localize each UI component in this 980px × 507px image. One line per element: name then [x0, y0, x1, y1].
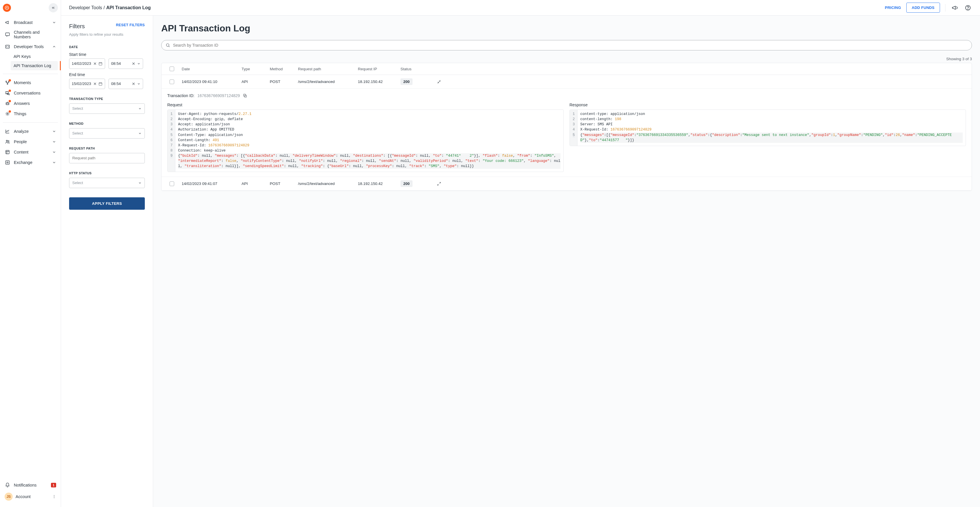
chevron-down-icon[interactable]	[137, 62, 140, 65]
svg-point-16	[54, 496, 54, 497]
brand-logo[interactable]	[3, 4, 11, 12]
start-date-input[interactable]: 14/02/2023 ✕	[69, 59, 105, 69]
sidebar-item-label: Content	[14, 150, 49, 155]
sidebar-item-label: Answers	[14, 101, 56, 106]
col-status: Status	[401, 67, 429, 71]
col-type: Type	[242, 67, 267, 71]
people-icon	[5, 139, 10, 145]
txid-label: Transaction ID:	[167, 93, 194, 98]
results-panel: API Transaction Log Showing 3 of 3 Date …	[153, 16, 980, 507]
search-bar[interactable]	[161, 40, 972, 50]
sidebar-item-developer-tools[interactable]: Developer Tools	[3, 41, 58, 52]
help-icon[interactable]	[964, 4, 972, 12]
sidebar-item-label: Conversations	[14, 91, 56, 96]
chat-icon	[5, 32, 10, 37]
svg-rect-21	[99, 82, 102, 85]
clear-icon[interactable]: ✕	[132, 61, 135, 66]
table-row[interactable]: 14/02/2023 09:41:10 API POST /sms/2/text…	[162, 75, 972, 89]
end-date-input[interactable]: 15/02/2023 ✕	[69, 79, 105, 89]
sidebar-item-channels-and-numbers[interactable]: Channels and Numbers	[3, 28, 58, 41]
request-path-input[interactable]	[69, 153, 145, 163]
content-icon	[5, 149, 10, 155]
chevron-down-icon[interactable]	[137, 82, 140, 86]
page-title: API Transaction Log	[161, 23, 972, 34]
search-icon	[165, 43, 170, 48]
sidebar-item-people[interactable]: People	[3, 137, 58, 147]
svg-point-12	[8, 140, 9, 142]
sidebar-item-moments[interactable]: Moments	[3, 78, 58, 88]
method-select[interactable]: Select	[69, 128, 145, 139]
sidebar-item-label: Things	[14, 112, 56, 116]
sidebar-item-answers[interactable]: Answers	[3, 98, 58, 108]
svg-point-4	[6, 81, 6, 82]
notifications-item[interactable]: Notifications 1	[3, 480, 58, 490]
calendar-icon[interactable]	[99, 62, 102, 66]
svg-point-9	[8, 104, 9, 104]
exchange-icon	[5, 159, 10, 165]
start-time-input[interactable]: 08:54 ✕	[108, 59, 143, 69]
sidebar-item-exchange[interactable]: Exchange	[3, 157, 58, 167]
cell-ip: 18.192.150.42	[358, 182, 398, 186]
svg-line-24	[438, 82, 439, 83]
txtype-group-label: TRANSACTION TYPE	[69, 97, 145, 100]
end-time-input[interactable]: 08:54 ✕	[108, 79, 143, 89]
account-item[interactable]: JS Account	[3, 490, 58, 503]
sidebar-item-things[interactable]: Things	[3, 108, 58, 119]
sidebar-item-content[interactable]: Content	[3, 147, 58, 157]
request-label: Request	[167, 102, 564, 107]
svg-rect-13	[6, 150, 9, 154]
svg-point-6	[7, 83, 8, 84]
notifications-label: Notifications	[14, 483, 48, 488]
chart-icon	[5, 129, 10, 134]
cell-ip: 18.192.150.42	[358, 80, 398, 84]
select-all-checkbox[interactable]	[170, 67, 174, 71]
filters-panel: Filters RESET FILTERS Apply filters to r…	[61, 16, 153, 507]
transaction-type-select[interactable]: Select	[69, 104, 145, 114]
clear-icon[interactable]: ✕	[93, 81, 97, 86]
clear-icon[interactable]: ✕	[132, 81, 135, 86]
date-group-label: DATE	[69, 45, 145, 49]
pricing-link[interactable]: PRICING	[885, 5, 901, 10]
sidebar-item-broadcast[interactable]: Broadcast	[3, 17, 58, 28]
search-input[interactable]	[173, 43, 967, 48]
collapse-icon[interactable]	[437, 80, 441, 84]
table-row[interactable]: 14/02/2023 09:41:07 API POST /sms/2/text…	[162, 177, 972, 191]
status-badge: 200	[401, 78, 412, 85]
status-badge: 200	[401, 180, 412, 187]
svg-rect-14	[5, 161, 10, 164]
breadcrumb-parent[interactable]: Developer Tools	[69, 5, 102, 10]
svg-point-10	[7, 113, 8, 115]
svg-line-25	[439, 80, 441, 81]
sidebar-item-conversations[interactable]: Conversations	[3, 88, 58, 98]
add-funds-button[interactable]: ADD FUNDS	[906, 3, 940, 13]
row-checkbox[interactable]	[170, 80, 174, 84]
col-path: Request path	[298, 67, 356, 71]
cell-type: API	[242, 182, 267, 186]
apply-filters-button[interactable]: APPLY FILTERS	[69, 197, 145, 210]
collapse-sidebar-button[interactable]	[49, 3, 58, 13]
notifications-badge: 1	[51, 483, 56, 488]
nav-divider	[3, 74, 58, 74]
announcements-icon[interactable]	[951, 4, 959, 12]
results-table: Date Type Method Request path Request IP…	[161, 63, 972, 191]
clear-icon[interactable]: ✕	[93, 61, 97, 66]
sidebar-item-analyze[interactable]: Analyze	[3, 126, 58, 137]
sidebar-item-label: Exchange	[14, 160, 49, 165]
kebab-icon[interactable]	[52, 494, 56, 499]
expand-icon[interactable]	[437, 182, 441, 186]
http-status-select[interactable]: Select	[69, 178, 145, 188]
svg-line-28	[439, 182, 441, 183]
cell-method: POST	[270, 80, 296, 84]
svg-point-11	[6, 140, 8, 142]
sidebar-item-label: Channels and Numbers	[14, 30, 56, 39]
calendar-icon[interactable]	[99, 82, 102, 86]
sidebar-subitem-api-keys[interactable]: API Keys	[11, 52, 58, 61]
table-header: Date Type Method Request path Request IP…	[162, 63, 972, 75]
row-checkbox[interactable]	[170, 182, 174, 186]
reset-filters-button[interactable]: RESET FILTERS	[116, 23, 145, 27]
cell-type: API	[242, 80, 267, 84]
svg-line-23	[169, 46, 170, 47]
copy-icon[interactable]	[243, 93, 247, 98]
sidebar-subitem-api-transaction-log[interactable]: API Transaction Log	[11, 61, 58, 70]
cell-path: /sms/2/text/advanced	[298, 182, 356, 186]
